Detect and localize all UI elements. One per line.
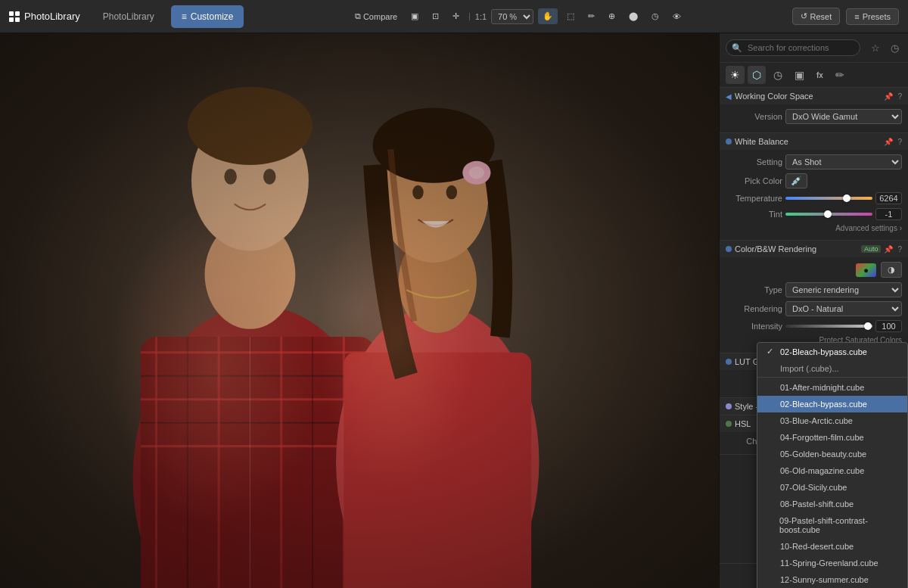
dropdown-item-04[interactable]: 04-Forgotten-film.cube — [757, 429, 907, 446]
dropdown-item-05[interactable]: 05-Golden-beauty.cube — [757, 446, 907, 462]
photo-placeholder — [0, 33, 719, 588]
search-input[interactable] — [726, 39, 860, 56]
mask-tool[interactable]: ⬤ — [624, 8, 642, 24]
zoom-select[interactable]: 70 % — [491, 9, 533, 24]
gradient-icon: ◷ — [651, 11, 659, 21]
section-header-cbw[interactable]: Color/B&W Rendering Auto 📌 ? — [720, 241, 908, 257]
version-label: Version — [726, 112, 782, 121]
version-select[interactable]: DxO Wide Gamut Classic (Legacy) — [785, 109, 902, 124]
eyedropper-button[interactable]: 💉 — [785, 173, 807, 188]
svg-rect-22 — [344, 353, 531, 588]
cbw-rendering-select[interactable]: DxO - Natural — [785, 301, 902, 316]
tint-thumb[interactable] — [824, 210, 832, 218]
intensity-thumb[interactable] — [864, 322, 872, 330]
gradient-tool[interactable]: ◷ — [647, 8, 664, 24]
clone-tool[interactable]: ⊕ — [604, 8, 620, 24]
auto-badge: Auto — [861, 245, 882, 253]
retouch-tool[interactable]: ✏ — [583, 8, 599, 24]
dropdown-item-import[interactable]: Import (.cube)... — [757, 360, 907, 378]
tab-color[interactable]: ⬡ — [748, 66, 766, 84]
presets-button[interactable]: ≡ Presets — [846, 8, 899, 25]
eye-icon-btn[interactable]: 👁 — [668, 9, 686, 24]
temperature-track — [785, 197, 872, 200]
compare-button[interactable]: ⧉ Compare — [350, 8, 402, 24]
tab-pages[interactable]: ▣ — [790, 66, 809, 84]
svg-point-21 — [336, 306, 539, 588]
dropdown-label-3: 02-Bleach-bypass.cube — [780, 400, 867, 409]
crop-button[interactable]: ⊡ — [428, 8, 443, 24]
tab-history[interactable]: ◷ — [769, 66, 787, 84]
section-body-wb: Setting As Shot Auto Daylight Pick Color — [720, 150, 908, 240]
cbw-type-row: Type Generic rendering DxO FilmPack — [726, 282, 902, 297]
dropdown-item-06[interactable]: 06-Old-magazine.cube — [757, 462, 907, 479]
wb-title: White Balance — [735, 137, 881, 146]
svg-point-26 — [462, 161, 490, 185]
star-button[interactable]: ☆ — [868, 41, 883, 55]
advanced-chevron-icon: › — [900, 224, 902, 232]
eye-icon: 👁 — [673, 12, 681, 21]
bw-mode-icon: ◑ — [888, 265, 895, 274]
dropdown-label-4: 03-Blue-Arctic.cube — [780, 416, 853, 425]
app-icon — [9, 11, 20, 22]
cbw-intensity-value[interactable] — [875, 320, 902, 332]
dropdown-label-6: 05-Golden-beauty.cube — [780, 450, 866, 459]
wb-setting-wrap: As Shot Auto Daylight — [785, 154, 902, 170]
temperature-value[interactable] — [875, 192, 902, 204]
svg-point-23 — [399, 232, 477, 333]
wb-setting-select[interactable]: As Shot Auto Daylight — [785, 154, 902, 170]
dropdown-item-checked[interactable]: ✓ 02-Bleach-bypass.cube — [757, 343, 907, 360]
dropdown-menu: ✓ 02-Bleach-bypass.cube Import (.cube)..… — [757, 342, 908, 588]
svg-point-18 — [188, 87, 313, 165]
section-header-wb[interactable]: White Balance 📌 ? — [720, 133, 908, 150]
render-toggle: ● ◑ — [726, 262, 902, 278]
pan-icon: ✋ — [543, 11, 553, 21]
dropdown-item-07[interactable]: 07-Old-Sicily.cube — [757, 479, 907, 496]
tab-photolibrary[interactable]: PhotoLibrary — [92, 5, 165, 28]
tab-eyedropper[interactable]: ✏ — [831, 66, 849, 84]
svg-rect-1 — [0, 33, 719, 588]
dropdown-item-12[interactable]: 12-Sunny-summer.cube — [757, 571, 907, 588]
tab-customize[interactable]: ≡ Customize — [171, 5, 244, 28]
dropdown-item-03[interactable]: 03-Blue-Arctic.cube — [757, 412, 907, 429]
color-mode-button[interactable]: ● — [856, 263, 876, 277]
cbw-type-select[interactable]: Generic rendering DxO FilmPack — [785, 282, 902, 297]
dropdown-label-13: 12-Sunny-summer.cube — [780, 575, 869, 584]
wcs-title: Working Color Space — [735, 92, 881, 101]
dropdown-item-09[interactable]: 09-Pastel-shift-contrast-boost.cube — [757, 512, 907, 538]
svg-point-24 — [379, 129, 489, 263]
svg-point-16 — [205, 219, 296, 329]
transform-button[interactable]: ✛ — [448, 8, 464, 24]
pan-tool[interactable]: ✋ — [538, 8, 558, 24]
dropdown-item-11[interactable]: 11-Spring-Greenland.cube — [757, 555, 907, 571]
tab-fx[interactable]: fx — [812, 68, 828, 82]
reset-button[interactable]: ↺ Reset — [792, 8, 841, 25]
view-mode-button[interactable]: ▣ — [406, 8, 423, 24]
history-button[interactable]: ◷ — [888, 41, 902, 55]
bw-mode-button[interactable]: ◑ — [881, 262, 902, 278]
dropdown-item-02-highlighted[interactable]: 02-Bleach-bypass.cube — [757, 396, 907, 412]
selection-tool[interactable]: ⬚ — [562, 8, 579, 24]
wb-setting-label: Setting — [726, 157, 782, 166]
tint-value[interactable] — [875, 208, 902, 220]
dropdown-label-import: Import (.cube)... — [780, 364, 839, 373]
temperature-slider-wrap — [785, 193, 872, 204]
dropdown-item-08[interactable]: 08-Pastel-shift.cube — [757, 496, 907, 512]
svg-point-27 — [469, 166, 485, 179]
dropdown-label-11: 10-Red-desert.cube — [780, 542, 854, 551]
section-header-wcs[interactable]: ◀ Working Color Space 📌 ? — [720, 88, 908, 104]
advanced-settings-label: Advanced settings — [835, 224, 897, 232]
wcs-pin-icon: 📌 — [884, 92, 893, 101]
dropdown-item-01[interactable]: 01-After-midnight.cube — [757, 379, 907, 396]
dropdown-item-10[interactable]: 10-Red-desert.cube — [757, 538, 907, 555]
advanced-settings-link[interactable]: Advanced settings › — [726, 224, 902, 232]
temperature-thumb[interactable] — [843, 194, 850, 202]
hsl-active-dot — [726, 421, 732, 427]
svg-point-28 — [412, 185, 423, 200]
cbw-rendering-row: Rendering DxO - Natural — [726, 301, 902, 316]
temperature-row: Temperature — [726, 192, 902, 204]
dropdown-label-12: 11-Spring-Greenland.cube — [780, 558, 878, 568]
tab-light[interactable]: ☀ — [726, 66, 745, 84]
section-body-wcs: Version DxO Wide Gamut Classic (Legacy) — [720, 104, 908, 132]
dropdown-label-9: 08-Pastel-shift.cube — [780, 499, 854, 509]
wb-active-dot — [726, 138, 732, 145]
